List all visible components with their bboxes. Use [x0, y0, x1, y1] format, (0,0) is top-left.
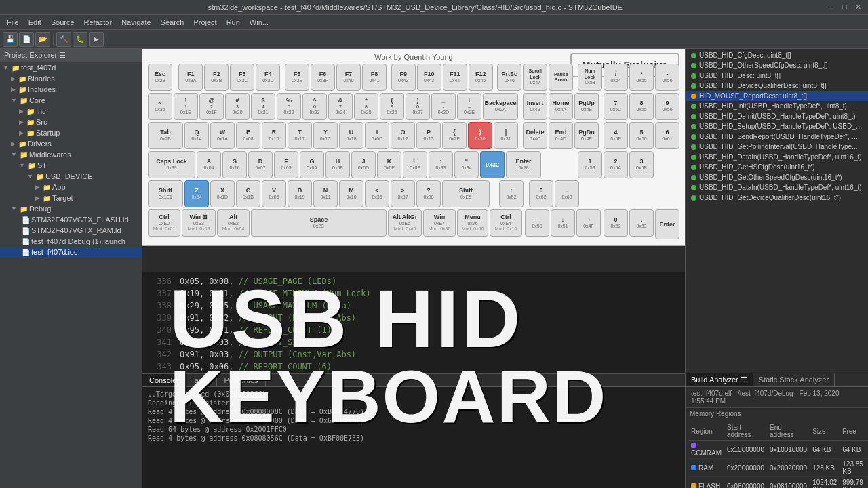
key-l[interactable]: L0x0F — [403, 151, 427, 178]
key-num9[interactable]: 90x56 — [655, 93, 679, 120]
key-rctrl[interactable]: Ctrl0xE4 Mod: 0x10 — [490, 209, 522, 237]
key-esc[interactable]: Esc0x29 — [148, 64, 172, 91]
key-rshift[interactable]: Shift0xE5 — [442, 180, 490, 207]
key-q[interactable]: Q0x14 — [184, 122, 209, 149]
window-controls[interactable]: ─ □ ✕ — [827, 3, 864, 12]
key-f11[interactable]: F110x44 — [443, 64, 467, 91]
menu-run[interactable]: Run — [222, 17, 244, 28]
key-end[interactable]: End0x4D — [549, 122, 573, 149]
key-f5[interactable]: F50x3E — [285, 64, 309, 91]
right-symbol-item[interactable]: USBD_HID_SendReport(USBD_HandleTypeDef*,… — [686, 131, 868, 142]
key-num8[interactable]: 80x55 — [629, 93, 654, 120]
menu-source[interactable]: Source — [47, 17, 79, 28]
key-1[interactable]: !10x1E — [174, 93, 198, 120]
key-num7[interactable]: 70x5C — [604, 93, 628, 120]
key-pgdn[interactable]: PgDn0x4E — [574, 122, 599, 149]
tree-item-test_f407d_debug_(1).launch[interactable]: 📄 test_f407d Debug (1).launch — [0, 236, 142, 247]
key-pgup[interactable]: PgUp0x4B — [574, 93, 599, 120]
key-p[interactable]: P0x13 — [416, 122, 441, 149]
key-num-del[interactable]: .0x63 — [629, 209, 654, 237]
tree-item-debug[interactable]: ▼📁 Debug — [0, 203, 142, 214]
tree-item-usb_device[interactable]: ▼📁 USB_DEVICE — [0, 171, 142, 182]
tree-item-middlewares[interactable]: ▼📁 Middlewares — [0, 149, 142, 160]
tree-item-test_f407d.ioc[interactable]: 📄 test_f407d.ioc — [0, 247, 142, 258]
tree-item-binaries[interactable]: ▶📁 Binaries — [0, 73, 142, 84]
key-m[interactable]: M0x10 — [339, 180, 363, 207]
key-9[interactable]: (90x26 — [380, 93, 404, 120]
key-num5[interactable]: 50x60 — [629, 122, 654, 149]
key-lalt[interactable]: Alt0xE2 Mod: 0x04 — [217, 209, 250, 237]
key-num-ins[interactable]: 00x62 — [604, 209, 628, 237]
key-r[interactable]: R0x15 — [262, 122, 286, 149]
key-s[interactable]: S0x16 — [222, 151, 247, 178]
tree-item-includes[interactable]: ▶📁 Includes — [0, 84, 142, 95]
key-f[interactable]: F0x09 — [274, 151, 298, 178]
key-g[interactable]: G0x0A — [300, 151, 324, 178]
tree-item-stm32f407vgtx_ram.ld[interactable]: 📄 STM32F407VGTX_RAM.ld — [0, 225, 142, 236]
key-h[interactable]: H0x0B — [326, 151, 350, 178]
toolbar-debug[interactable]: 🐛 — [73, 32, 87, 47]
key-rbrace[interactable]: }0x30 — [468, 122, 492, 149]
key-numdot[interactable]: .0x63 — [555, 180, 579, 207]
right-symbol-item[interactable]: USBD_HID_DataIn(USBD_HandleTypeDef*, uin… — [686, 182, 868, 192]
key-o[interactable]: O0x12 — [391, 122, 415, 149]
key-f8[interactable]: F80x41 — [362, 64, 387, 91]
key-slash[interactable]: ?0x38 — [416, 180, 441, 207]
key-delete[interactable]: Delete0x4C — [523, 122, 547, 149]
key-6[interactable]: ^60x23 — [302, 93, 327, 120]
key-backslash[interactable]: |0x31 — [494, 122, 518, 149]
key-lctrl[interactable]: Ctrl0xE0 Mod: 0x01 — [148, 209, 180, 237]
right-symbol-item[interactable]: USBD_HID_Desc: uint8_t[] — [686, 70, 868, 81]
key-semicolon[interactable]: :0x33 — [429, 151, 453, 178]
tree-item-core[interactable]: ▼📁 Core — [0, 95, 142, 106]
key-num4[interactable]: 40x5F — [604, 122, 628, 149]
key-arrow-down[interactable]: ↓0x51 — [551, 209, 575, 237]
key-num-sub[interactable]: -0x56 — [655, 64, 679, 91]
key-num3[interactable]: 30x5B — [629, 151, 654, 178]
right-symbol-item[interactable]: USBD_HID_Setup(USBD_HandleTypeDef*, USBD… — [686, 121, 868, 131]
right-symbol-item[interactable]: USBD_HID_GetPollingInterval(USBD_HandleT… — [686, 142, 868, 152]
key-lwin[interactable]: Win ⊞0xE3 Mod: 0x08 — [182, 209, 216, 237]
key-f2[interactable]: F20x3B — [204, 64, 229, 91]
tree-item-stm32f407vgtx_flash.ld[interactable]: 📄 STM32F407VGTX_FLASH.ld — [0, 214, 142, 225]
toolbar-save[interactable]: 💾 — [3, 32, 18, 47]
right-symbol-item[interactable]: USBD_HID_OtherSpeedCfgDesc: uint8_t[] — [686, 60, 868, 70]
tree-item-drivers[interactable]: ▶📁 Drivers — [0, 138, 142, 149]
key-n[interactable]: N0x11 — [313, 180, 338, 207]
key-ralt[interactable]: Alt AltGr0xE6 Mod: 0x40 — [388, 209, 422, 237]
menu-search[interactable]: Search — [157, 17, 189, 28]
toolbar-open[interactable]: 📂 — [35, 32, 50, 47]
toolbar-new[interactable]: 📄 — [19, 32, 34, 47]
key-period[interactable]: >0x37 — [391, 180, 415, 207]
right-symbol-item[interactable]: USBD_HID_DeInit(USBD_HandleTypeDef*, uin… — [686, 111, 868, 121]
key-3[interactable]: #30x20 — [225, 93, 250, 120]
build-analyzer-tab[interactable]: Build Analyzer ☰ — [686, 373, 753, 386]
menu-navigate[interactable]: Navigate — [117, 17, 155, 28]
key-v[interactable]: V0x06 — [262, 180, 286, 207]
key-enter[interactable]: Enter0x28 — [506, 151, 541, 178]
tree-item-test_f407d[interactable]: ▼📁 test_f407d — [0, 62, 142, 73]
key-enter-0x32[interactable]: 0x32 — [480, 151, 505, 178]
key-comma[interactable]: <0x36 — [365, 180, 389, 207]
key-num1[interactable]: 10x59 — [578, 151, 602, 178]
minimize-btn[interactable]: ─ — [827, 3, 837, 12]
right-symbol-item[interactable]: USBD_HID_Init(USBD_HandleTypeDef*, uint8… — [686, 101, 868, 111]
key-f9[interactable]: F90x42 — [391, 64, 416, 91]
key-c[interactable]: C0x1B — [236, 180, 260, 207]
right-symbol-item[interactable]: USBD_HID_DataIn(USBD_HandleTypeDef*, uin… — [686, 152, 868, 162]
key-scroll[interactable]: Scroll Lock0x47 — [523, 64, 547, 91]
key-num-div[interactable]: /0x54 — [604, 64, 628, 91]
key-5[interactable]: %50x22 — [277, 93, 301, 120]
static-stack-tab[interactable]: Static Stack Analyzer — [753, 373, 835, 386]
key-pause[interactable]: Pause Break — [549, 64, 573, 91]
key-8[interactable]: *80x25 — [354, 93, 378, 120]
key-x[interactable]: X0x1D — [210, 180, 235, 207]
key-2[interactable]: @20x1F — [199, 93, 224, 120]
right-symbol-item[interactable]: USBD_HID_GetDeviceQualifierDesc(uint16_t… — [686, 192, 868, 203]
key-num6[interactable]: 60x61 — [655, 122, 679, 149]
key-tilde[interactable]: ~0x35 — [148, 93, 172, 120]
key-home[interactable]: Home0x4A — [549, 93, 573, 120]
right-symbol-item[interactable]: HID_MOUSE_ReportDesc: uint8_t[] — [686, 91, 868, 101]
menu-win[interactable]: Win... — [245, 17, 273, 28]
key-quote[interactable]: "0x34 — [454, 151, 479, 178]
